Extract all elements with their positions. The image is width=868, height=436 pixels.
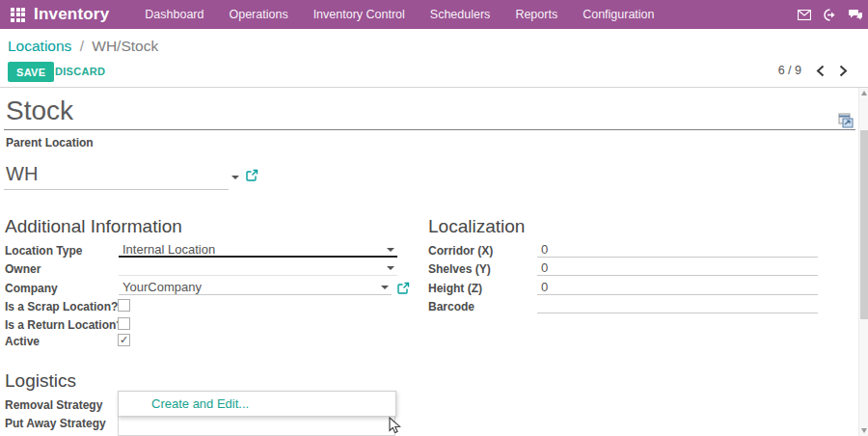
breadcrumb-separator: /: [80, 38, 84, 54]
main-menu: Dashboard Operations Inventory Control S…: [145, 8, 654, 21]
pager-count: 6 / 9: [778, 64, 801, 77]
scrollbar-thumb[interactable]: [860, 130, 868, 319]
putaway-strategy-label: Put Away Strategy: [5, 417, 106, 430]
control-panel-divider: [0, 87, 868, 88]
menu-operations[interactable]: Operations: [229, 8, 287, 21]
menu-configuration[interactable]: Configuration: [583, 8, 654, 21]
company-label: Company: [5, 282, 58, 295]
owner-caret-icon: [387, 266, 394, 270]
location-type-label: Location Type: [5, 244, 82, 258]
menu-dashboard[interactable]: Dashboard: [145, 8, 203, 21]
parent-location-external-link-icon[interactable]: [246, 169, 258, 181]
check-icon: ✓: [120, 334, 128, 345]
layered-windows-icon[interactable]: [836, 113, 854, 129]
menu-reports[interactable]: Reports: [515, 8, 557, 21]
navbar-systray: [798, 0, 862, 29]
is-return-checkbox[interactable]: [118, 317, 130, 330]
section-localization: Localization: [428, 216, 525, 237]
apps-menu-icon[interactable]: [11, 8, 25, 22]
parent-location-caret-icon[interactable]: [231, 176, 239, 179]
scroll-up-icon[interactable]: [861, 91, 867, 95]
section-additional-information: Additional Information: [5, 216, 182, 237]
location-type-select[interactable]: Internal Location: [119, 242, 397, 258]
corridor-field[interactable]: 0: [537, 242, 818, 258]
company-field[interactable]: YourCompany: [119, 280, 392, 295]
save-button[interactable]: SAVE: [8, 62, 54, 82]
barcode-label: Barcode: [428, 300, 475, 313]
parent-location-underline: [4, 189, 229, 190]
is-scrap-label: Is a Scrap Location?: [5, 300, 118, 313]
inventory-location-form-page: Inventory Dashboard Operations Inventory…: [0, 0, 868, 436]
breadcrumb: Locations / WH/Stock: [8, 38, 158, 55]
breadcrumb-current: WH/Stock: [92, 38, 158, 54]
putaway-strategy-input[interactable]: [118, 416, 395, 436]
company-external-link-icon[interactable]: [397, 282, 410, 294]
create-and-edit-option[interactable]: Create and Edit...: [119, 392, 395, 416]
discard-button[interactable]: DISCARD: [55, 66, 105, 77]
is-return-label: Is a Return Location?: [5, 318, 123, 332]
menu-schedulers[interactable]: Schedulers: [430, 8, 491, 21]
removal-strategy-label: Removal Strategy: [5, 398, 102, 412]
height-field[interactable]: 0: [537, 280, 818, 295]
barcode-field[interactable]: [537, 298, 818, 313]
scroll-down-icon[interactable]: [861, 428, 867, 433]
active-checkbox[interactable]: ✓: [118, 334, 130, 346]
putaway-strategy-dropdown: Create and Edit...: [118, 391, 396, 417]
logout-icon[interactable]: [824, 9, 836, 21]
record-pager: 6 / 9: [778, 64, 848, 77]
owner-field[interactable]: [119, 260, 397, 276]
title-underline: [4, 129, 855, 130]
section-logistics: Logistics: [5, 370, 76, 392]
shelves-field[interactable]: 0: [537, 260, 818, 276]
corridor-label: Corridor (X): [428, 244, 493, 258]
parent-location-label: Parent Location: [6, 136, 94, 150]
company-caret-icon: [381, 286, 389, 289]
pager-previous-icon[interactable]: [816, 65, 825, 77]
location-name-field[interactable]: Stock: [6, 95, 73, 126]
location-type-caret-icon: [387, 248, 394, 252]
vertical-scrollbar[interactable]: [858, 88, 868, 436]
chat-icon[interactable]: [849, 9, 862, 20]
owner-label: Owner: [5, 262, 41, 276]
messages-icon[interactable]: [798, 10, 811, 20]
parent-location-value[interactable]: WH: [6, 163, 38, 185]
height-label: Height (Z): [428, 282, 482, 295]
shelves-label: Shelves (Y): [428, 262, 491, 276]
is-scrap-checkbox[interactable]: [118, 299, 130, 312]
pager-next-icon[interactable]: [839, 65, 848, 77]
breadcrumb-locations[interactable]: Locations: [8, 38, 71, 54]
active-label: Active: [5, 335, 40, 348]
top-navbar: Inventory Dashboard Operations Inventory…: [0, 0, 868, 29]
app-name[interactable]: Inventory: [34, 5, 109, 24]
menu-inventory-control[interactable]: Inventory Control: [313, 8, 405, 21]
